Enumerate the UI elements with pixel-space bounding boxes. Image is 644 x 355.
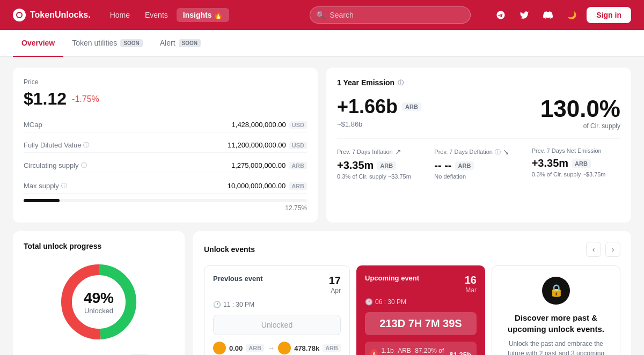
unlocked-button: Unlocked	[213, 315, 341, 335]
price-change: -1.75%	[72, 94, 99, 104]
prev-event-date: 17 Apr	[329, 275, 341, 294]
token-from-amount: 0.00	[229, 344, 243, 352]
tab-alert[interactable]: Alert SOON	[151, 30, 209, 57]
bottom-row: Total unlock progress 49% Unlocked	[13, 231, 631, 355]
discover-card: 🔒 Discover more past & upcoming unlock e…	[492, 265, 620, 355]
price-stats: MCap 1,428,000,000.00 USD Fully Diluted …	[24, 117, 307, 194]
lock-icon: 🔒	[542, 277, 570, 305]
arrow-icon: →	[267, 344, 275, 352]
upcoming-token-info: A 1.1b ARB 87.20% of Cir. supply	[370, 347, 450, 355]
stat-fdv: Fully Diluted Value ⓘ 11,200,000,000.00 …	[24, 138, 307, 153]
main-content: Price $1.12 -1.75% MCap 1,428,000,000.00…	[0, 57, 644, 355]
stat-mcap: MCap 1,428,000,000.00 USD	[24, 117, 307, 132]
prev-event-header: Previous event 17 Apr	[213, 275, 341, 294]
next-arrow[interactable]: ›	[605, 242, 620, 257]
token-flow: 0.00 ARB → 478.78k ARB	[213, 342, 341, 354]
token-utilities-soon-badge: SOON	[120, 39, 142, 47]
alert-soon-badge: SOON	[179, 39, 201, 47]
donut-label: Unlocked	[84, 307, 114, 315]
tab-overview[interactable]: Overview	[13, 30, 63, 57]
sign-in-button[interactable]: Sign in	[587, 7, 631, 23]
nav-events[interactable]: Events	[138, 8, 174, 23]
prev-arrow[interactable]: ‹	[586, 242, 601, 257]
upcoming-event-day: 16	[465, 274, 477, 286]
discover-title: Discover more past & upcoming unlock eve…	[503, 312, 609, 335]
unlock-progress-card: Total unlock progress 49% Unlocked	[13, 231, 185, 355]
supply-progress-fill	[24, 199, 60, 202]
emission-stat-net: Prev. 7 Days Net Emission +3.35m ARB 0.3…	[532, 147, 620, 180]
stat-circ-supply: Circulating supply ⓘ 1,275,000,000.00 AR…	[24, 158, 307, 173]
theme-icon[interactable]: 🌙	[563, 6, 580, 24]
max-supply-info-icon[interactable]: ⓘ	[61, 182, 67, 190]
discover-subtitle: Unlock the past and embrace the future w…	[503, 339, 609, 355]
twitter-icon[interactable]	[516, 6, 533, 24]
upcoming-event-date: 16 Mar	[465, 274, 477, 294]
events-grid: Previous event 17 Apr 🕐 11 : 30 PM Unloc…	[204, 265, 620, 355]
stat-max-supply: Max supply ⓘ 10,000,000,000.00 ARB	[24, 179, 307, 194]
upcoming-event-time: 🕐 06 : 30 PM	[365, 298, 477, 306]
emission-stat-deflation: Prev. 7 Days Deflation ⓘ ↘ -- -- ARB No …	[434, 147, 523, 180]
emission-percent-label: of Cir. supply	[540, 122, 620, 130]
emission-title: 1 Year Emission ⓘ	[337, 78, 620, 87]
logo-icon	[13, 9, 26, 21]
header: TokenUnlocks. Home Events Insights 🔥 🔍 🌙…	[0, 0, 644, 30]
upcoming-token-icon: A	[370, 349, 378, 355]
emission-stats: Prev. 7 Days Inflation ↗ +3.35m ARB 0.3%…	[337, 138, 620, 180]
tab-token-utilities[interactable]: Token utilities SOON	[63, 30, 151, 57]
prev-event-type: Previous event	[213, 275, 263, 283]
svg-point-0	[17, 12, 22, 18]
nav-arrows: ‹ ›	[586, 242, 620, 257]
nav-insights[interactable]: Insights 🔥	[177, 8, 230, 22]
unlock-events-header: Unlock events ‹ ›	[204, 242, 620, 257]
search-wrapper: 🔍	[310, 6, 471, 24]
token-from-icon	[213, 342, 226, 354]
countdown-timer: 213D 7H 7M 39S	[365, 312, 477, 335]
price-label: Price	[24, 78, 307, 86]
price-value: $1.12 -1.75%	[24, 89, 307, 109]
clock-icon-upcoming: 🕐	[365, 298, 373, 306]
price-card: Price $1.12 -1.75% MCap 1,428,000,000.00…	[13, 68, 318, 223]
donut-chart: 49% Unlocked	[56, 259, 142, 345]
prev-event-day: 17	[329, 275, 341, 287]
donut-container: 49% Unlocked	[24, 259, 174, 345]
discord-icon[interactable]	[539, 6, 557, 24]
emission-sub: ~$1.86b	[337, 120, 421, 128]
upcoming-token-row: A 1.1b ARB 87.20% of Cir. supply $1.25b	[365, 342, 477, 355]
upcoming-event-type: Upcoming event	[365, 274, 419, 282]
token-to-amount: 478.78k	[294, 344, 319, 352]
inflation-trend-icon: ↗	[395, 147, 401, 156]
deflation-info-icon[interactable]: ⓘ	[495, 148, 501, 156]
fdv-info-icon[interactable]: ⓘ	[83, 141, 89, 149]
supply-progress-row: 12.75%	[24, 199, 307, 212]
search-input[interactable]	[310, 6, 471, 24]
top-row: Price $1.12 -1.75% MCap 1,428,000,000.00…	[13, 68, 631, 223]
upcoming-event-header: Upcoming event 16 Mar	[365, 274, 477, 294]
nav: Home Events Insights 🔥	[104, 8, 230, 23]
events-title: Unlock events	[204, 245, 255, 254]
upcoming-event-month: Mar	[465, 286, 477, 294]
emission-percent: 130.0%	[540, 95, 620, 122]
clock-icon: 🕐	[213, 301, 221, 308]
unlock-events-card: Unlock events ‹ › Previous event 17 Apr	[193, 231, 631, 355]
prev-event-month: Apr	[329, 287, 341, 294]
upcoming-token-details: 1.1b ARB 87.20% of Cir. supply	[381, 347, 449, 355]
emission-info-icon[interactable]: ⓘ	[398, 79, 404, 87]
prev-event-time: 🕐 11 : 30 PM	[213, 301, 341, 308]
logo[interactable]: TokenUnlocks.	[13, 9, 91, 21]
token-to-icon	[278, 342, 291, 354]
emission-card: 1 Year Emission ⓘ +1.66b ARB ~$1.86b 130…	[326, 68, 631, 223]
emission-value: +1.66b ARB	[337, 95, 421, 118]
unlock-progress-title: Total unlock progress	[24, 242, 174, 250]
telegram-icon[interactable]	[492, 6, 509, 24]
upcoming-event-card: Upcoming event 16 Mar 🕐 06 : 30 PM 213D …	[356, 265, 485, 355]
circ-supply-info-icon[interactable]: ⓘ	[81, 161, 87, 169]
emission-main: +1.66b ARB ~$1.86b 130.0% of Cir. supply	[337, 95, 620, 130]
donut-percent: 49%	[84, 290, 114, 307]
supply-progress-label: 12.75%	[24, 204, 307, 212]
donut-center: 49% Unlocked	[84, 290, 114, 315]
tabs-bar: Overview Token utilities SOON Alert SOON	[0, 30, 644, 57]
supply-progress-bar	[24, 199, 307, 202]
nav-home[interactable]: Home	[104, 8, 136, 23]
header-icons: 🌙 Sign in	[492, 6, 631, 24]
logo-text: TokenUnlocks.	[30, 10, 91, 20]
